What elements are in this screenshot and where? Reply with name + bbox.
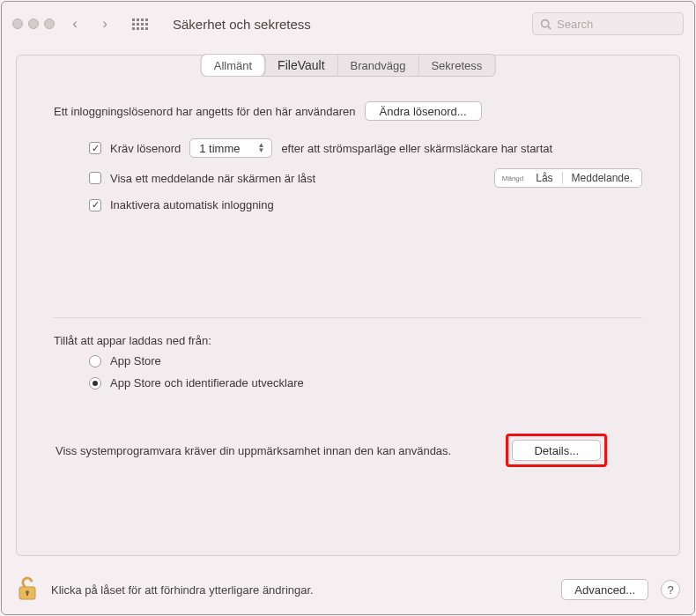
minimize-window-button[interactable]: [28, 19, 39, 29]
details-button[interactable]: Details...: [512, 440, 601, 461]
group-tiny-label: Mängd: [495, 174, 527, 182]
require-password-value: 1 timme: [199, 142, 240, 155]
search-placeholder: Search: [557, 18, 593, 31]
lock-text: Klicka på låset för att förhindra ytterl…: [51, 583, 314, 597]
attention-row: Viss systemprogramvara kräver din uppmär…: [54, 434, 642, 467]
require-password-label-after: efter att strömsparläge eller skärmsläck…: [281, 142, 552, 155]
show-message-row: Visa ett meddelande när skärmen är låst …: [54, 168, 642, 188]
tabs: Allmänt FileVault Brandvägg Sekretess: [201, 54, 496, 77]
disable-autologin-label: Inaktivera automatisk inloggning: [110, 198, 274, 212]
forward-button[interactable]: ›: [95, 14, 115, 33]
login-password-row: Ett inloggningslösenord har angetts för …: [54, 101, 642, 121]
show-message-checkbox[interactable]: [89, 172, 101, 184]
chevron-updown-icon: ▲▼: [257, 143, 264, 153]
disable-autologin-checkbox[interactable]: [89, 199, 101, 212]
require-password-popup[interactable]: 1 timme ▲▼: [189, 138, 272, 158]
svg-point-0: [542, 19, 549, 26]
disable-autologin-row: Inaktivera automatisk inloggning: [54, 198, 642, 212]
download-heading: Tillåt att appar laddas ned från:: [54, 334, 642, 347]
require-password-label-before: Kräv lösenord: [110, 142, 181, 155]
tab-filevault[interactable]: FileVault: [265, 55, 337, 76]
footer: Klicka på låset för att förhindra ytterl…: [2, 565, 694, 614]
download-options: App Store App Store och identifierade ut…: [54, 354, 642, 390]
svg-line-1: [548, 26, 551, 28]
radio-app-store-button[interactable]: [89, 355, 101, 367]
message-label: Meddelande.: [563, 172, 641, 184]
close-window-button[interactable]: [12, 19, 23, 29]
prefs-window: ‹ › Säkerhet och sekretess Search Allmän…: [1, 1, 695, 615]
details-highlight: Details...: [506, 434, 607, 467]
radio-app-store-label: App Store: [110, 354, 161, 367]
tab-general[interactable]: Allmänt: [202, 55, 265, 76]
tab-firewall[interactable]: Brandvägg: [338, 55, 419, 76]
lock-icon[interactable]: [16, 576, 39, 603]
login-password-text: Ett inloggningslösenord har angetts för …: [54, 105, 356, 118]
titlebar: ‹ › Säkerhet och sekretess Search: [2, 2, 694, 46]
search-icon: [540, 19, 552, 30]
change-password-button[interactable]: Ändra lösenord...: [365, 101, 482, 121]
radio-app-store: App Store: [89, 354, 642, 367]
radio-identified: App Store och identifierade utvecklare: [89, 376, 642, 390]
divider: [54, 317, 642, 318]
require-password-row: Kräv lösenord 1 timme ▲▼ efter att ström…: [54, 138, 642, 158]
radio-identified-button[interactable]: [89, 377, 101, 390]
main-panel: Allmänt FileVault Brandvägg Sekretess Et…: [16, 55, 680, 556]
help-button[interactable]: ?: [661, 580, 680, 599]
radio-identified-label: App Store och identifierade utvecklare: [110, 376, 304, 390]
require-password-checkbox[interactable]: [89, 142, 101, 154]
content: Ett inloggningslösenord har angetts för …: [17, 84, 679, 467]
show-message-label: Visa ett meddelande när skärmen är låst: [110, 172, 315, 185]
svg-rect-4: [26, 592, 28, 596]
advanced-button[interactable]: Advanced...: [561, 579, 648, 600]
attention-text: Viss systemprogramvara kräver din uppmär…: [56, 444, 451, 457]
search-input[interactable]: Search: [532, 12, 684, 35]
tab-privacy[interactable]: Sekretess: [418, 55, 494, 76]
window-title: Säkerhet och sekretess: [173, 17, 311, 32]
lock-label: Lås: [527, 172, 561, 184]
back-button[interactable]: ‹: [65, 14, 85, 33]
lock-message-button-group[interactable]: Mängd Lås Meddelande.: [494, 168, 642, 188]
zoom-window-button[interactable]: [44, 19, 55, 29]
show-all-icon[interactable]: [132, 19, 148, 30]
